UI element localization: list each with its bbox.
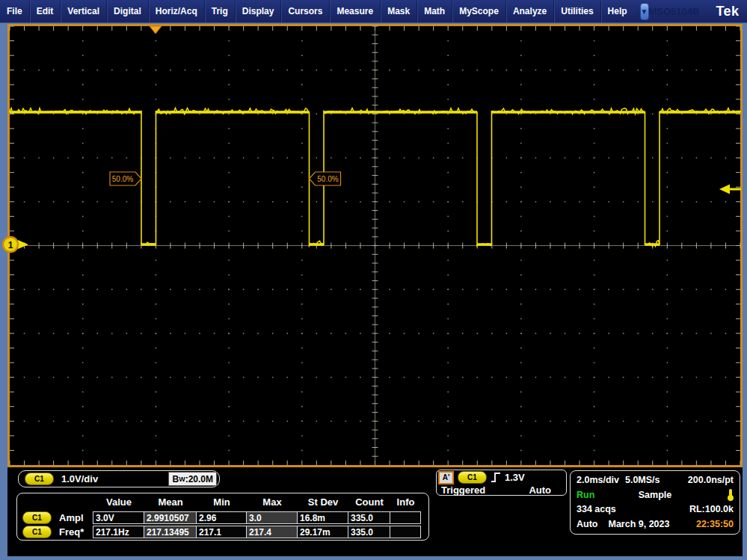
col-header-stdev: St Dev bbox=[298, 494, 348, 511]
col-header-value: Value bbox=[93, 494, 144, 511]
oscilloscope-window: File Edit Vertical Digital Horiz/Acq Tri… bbox=[0, 0, 747, 560]
rising-edge-icon bbox=[491, 472, 501, 483]
acq-mode: Sample bbox=[577, 490, 734, 500]
measurement-label: C1 Freq* bbox=[17, 526, 93, 538]
menu-item-file[interactable]: File bbox=[0, 1, 29, 22]
channel-1-marker[interactable]: 1 bbox=[3, 237, 28, 252]
cell-stdev: 16.8m bbox=[297, 511, 348, 524]
menu-bar: File Edit Vertical Digital Horiz/Acq Tri… bbox=[0, 0, 747, 23]
sample-rate: 5.0MS/s bbox=[625, 475, 660, 485]
menu-item-horiz-acq[interactable]: Horiz/Acq bbox=[148, 1, 204, 22]
svg-text:1: 1 bbox=[8, 240, 13, 250]
menu-item-math[interactable]: Math bbox=[416, 1, 452, 22]
menu-item-myscope[interactable]: MyScope bbox=[452, 1, 505, 22]
trigger-status-row: Triggered Auto bbox=[438, 484, 566, 496]
channel-badge[interactable]: C1 bbox=[25, 473, 54, 485]
record-length: RL:100.0k bbox=[689, 504, 734, 514]
cell-value: 217.1Hz bbox=[93, 526, 144, 538]
cell-max: 217.4 bbox=[246, 526, 298, 538]
table-row: C1 Ampl 3.0V 2.9910507 2.96 3.0 16.8m 33… bbox=[17, 511, 428, 525]
col-header-info: Info bbox=[390, 494, 421, 511]
channel-badge: C1 bbox=[458, 471, 487, 484]
trigger-state: Triggered bbox=[441, 484, 485, 496]
menu-item-mask[interactable]: Mask bbox=[380, 1, 416, 22]
menu-item-edit[interactable]: Edit bbox=[29, 1, 61, 22]
cell-info bbox=[390, 526, 421, 538]
timebase-row: 2.0ms/div 5.0MS/s 200.0ns/pt bbox=[577, 474, 734, 486]
model-label: MSO5104B bbox=[649, 6, 700, 17]
measurement-label: C1 Ampl bbox=[17, 511, 93, 524]
col-header-min: Min bbox=[197, 494, 247, 511]
measurement-name: Ampl bbox=[59, 512, 84, 523]
svg-text:50.0%: 50.0% bbox=[112, 175, 133, 183]
trigger-position-marker[interactable] bbox=[150, 26, 162, 34]
ref-level-flag-right[interactable]: 50.0% bbox=[310, 172, 341, 185]
ref-level-flag-left[interactable]: 50.0% bbox=[110, 172, 141, 185]
cell-min: 217.1 bbox=[196, 526, 247, 538]
graticule-and-trace: 150.0%50.0% bbox=[10, 26, 740, 465]
chevron-down-icon: ▼ bbox=[641, 7, 648, 16]
menu-dropdown-button[interactable]: ▼ bbox=[640, 3, 649, 20]
cell-count: 335.0 bbox=[348, 511, 390, 524]
resolution: 200.0ns/pt bbox=[688, 475, 734, 485]
menu-item-cursors[interactable]: Cursors bbox=[280, 1, 329, 22]
trigger-settings-row: A' C1 1.3V bbox=[438, 471, 566, 484]
bandwidth-readout: BW:20.0M bbox=[168, 472, 217, 486]
cell-info bbox=[390, 511, 421, 524]
measurement-name: Freq* bbox=[59, 526, 84, 538]
thermometer-icon bbox=[727, 489, 734, 501]
timebase: 2.0ms/div bbox=[577, 475, 619, 485]
cell-stdev: 29.17m bbox=[297, 526, 348, 538]
trigger-level-marker[interactable] bbox=[719, 185, 741, 194]
tek-logo: Tek bbox=[716, 4, 739, 19]
cell-mean: 217.13495 bbox=[144, 526, 197, 538]
acquisitions: 334 acqs bbox=[577, 504, 616, 514]
datetime-row: Auto March 9, 2023 22:35:50 bbox=[577, 518, 734, 530]
channel-scale: 1.0V/div bbox=[61, 473, 98, 484]
svg-text:50.0%: 50.0% bbox=[317, 175, 338, 183]
menu-item-utilities[interactable]: Utilities bbox=[553, 1, 600, 22]
col-header-count: Count bbox=[348, 494, 390, 511]
channel-badge: C1 bbox=[22, 511, 52, 524]
measurement-table: Value Mean Min Max St Dev Count Info C1 … bbox=[16, 493, 429, 541]
waveform-display: 150.0%50.0% bbox=[7, 24, 743, 467]
cell-max: 3.0 bbox=[246, 511, 298, 524]
cell-mean: 2.9910507 bbox=[144, 511, 197, 524]
trigger-mode: Auto bbox=[529, 484, 551, 496]
menu-item-digital[interactable]: Digital bbox=[106, 1, 148, 22]
menu-item-vertical[interactable]: Vertical bbox=[60, 1, 106, 22]
cell-value: 3.0V bbox=[93, 511, 144, 524]
table-row: C1 Freq* 217.1Hz 217.13495 217.1 217.4 2… bbox=[17, 525, 428, 539]
cell-count: 335.0 bbox=[348, 526, 390, 538]
menu-item-analyze[interactable]: Analyze bbox=[505, 1, 553, 22]
measurement-header-row: Value Mean Min Max St Dev Count Info bbox=[17, 494, 428, 511]
col-header-max: Max bbox=[247, 494, 298, 511]
trigger-mode-auto: Auto bbox=[577, 519, 597, 529]
horizontal-readout[interactable]: 2.0ms/div 5.0MS/s 200.0ns/pt Run Sample … bbox=[570, 470, 740, 535]
acquisition-state-row: Run Sample bbox=[577, 489, 734, 501]
menu-item-measure[interactable]: Measure bbox=[329, 1, 380, 22]
menu-item-trig[interactable]: Trig bbox=[204, 1, 235, 22]
channel-badge: C1 bbox=[22, 526, 52, 538]
date: March 9, 2023 bbox=[608, 519, 669, 529]
readout-panel: C1 1.0V/div BW:20.0M Value Mean Min Max … bbox=[7, 467, 743, 556]
menu-item-display[interactable]: Display bbox=[235, 1, 281, 22]
channel-readout[interactable]: C1 1.0V/div BW:20.0M bbox=[18, 470, 220, 487]
trigger-source-badge: A' bbox=[438, 471, 454, 484]
menu-item-help[interactable]: Help bbox=[600, 1, 634, 22]
cell-min: 2.96 bbox=[196, 511, 247, 524]
trigger-readout[interactable]: A' C1 1.3V Triggered Auto bbox=[436, 470, 567, 496]
col-header-mean: Mean bbox=[144, 494, 197, 511]
trigger-level: 1.3V bbox=[505, 472, 525, 483]
acquisition-count-row: 334 acqs RL:100.0k bbox=[577, 503, 734, 515]
time: 22:35:50 bbox=[696, 519, 734, 529]
